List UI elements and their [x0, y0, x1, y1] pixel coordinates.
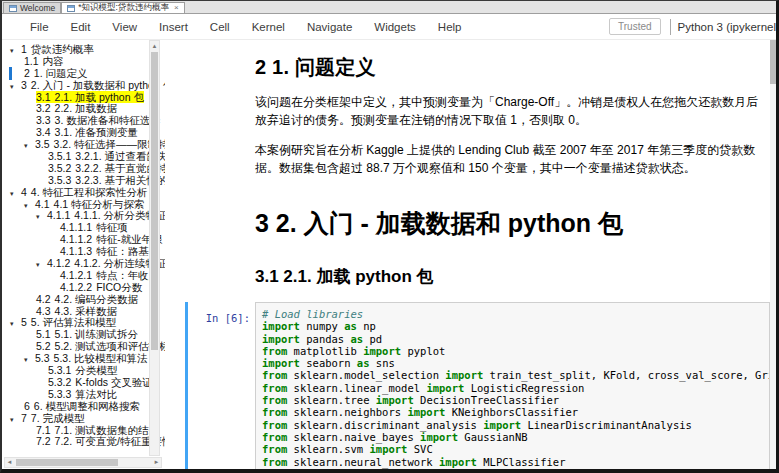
toc-label: 分类模型	[75, 364, 117, 376]
paragraph-problem-1: 该问题在分类框架中定义，其中预测变量为「Charge-Off」。冲销是债权人在您…	[255, 94, 762, 129]
toc-number: 3.1	[36, 91, 51, 103]
toc-number: 7	[21, 412, 27, 424]
toc-item-7.2[interactable]: 7.27.2. 可变直觉/特征重要性	[2, 436, 165, 448]
toc-number: 4.1.2.2	[60, 281, 92, 293]
toc-number: 4.3	[36, 305, 51, 317]
kernel-indicator: Python 3 (ipykernel	[670, 19, 776, 35]
toc-number: 3	[21, 79, 27, 91]
scroll-up-icon[interactable]: ▲	[150, 41, 159, 51]
toc-label: FICO分数	[96, 281, 142, 293]
notebook-window: Welcome *知识模型:贷款违约概率 × FileEditViewInser…	[0, 0, 779, 473]
menubar-right: Trusted Python 3 (ipykernel	[609, 18, 776, 35]
toc-list: ▾1贷款违约概率1.1内容21. 问题定义▾32. 入门 - 加载数据和 pyt…	[2, 44, 165, 448]
code-input[interactable]: # Load librariesimport numpy as npimport…	[255, 302, 770, 469]
toc-number: 5.3.1	[48, 364, 71, 376]
heading-getting-started: 3 2. 入门 - 加载数据和 python 包	[255, 207, 762, 240]
markdown-cell-getting-started[interactable]: 3 2. 入门 - 加载数据和 python 包	[185, 207, 776, 240]
scroll-right-icon[interactable]: ►	[152, 458, 161, 467]
menu-item-help[interactable]: Help	[427, 17, 473, 37]
sidebar-horizontal-scrollbar[interactable]: ◄ ►	[4, 457, 162, 468]
toc-label: 特征：路基	[96, 245, 149, 257]
toc-number: 5.3	[35, 352, 50, 364]
cell-prompt: In [6]:	[188, 312, 250, 324]
tab-welcome-label: Welcome	[20, 3, 55, 13]
horizontal-scrollbar-thumb[interactable]	[16, 459, 118, 466]
toc-label: 2. 入门 - 加载数据和 python 包	[31, 79, 165, 91]
markdown-cell-load-packages[interactable]: 3.1 2.1. 加载 python 包	[185, 265, 776, 288]
toc-label: 5.1. 训练测试拆分	[55, 328, 138, 340]
window-icon	[9, 5, 17, 12]
toc-label: 6. 模型调整和网格搜索	[34, 400, 140, 412]
code-line: from sklearn.discriminant_analysis impor…	[262, 419, 763, 431]
code-cell[interactable]: In [6]: # Load librariesimport numpy as …	[185, 302, 770, 469]
toc-number: 5.3.3	[48, 388, 71, 400]
toc-label: 1. 问题定义	[34, 67, 88, 79]
sidebar-vertical-scrollbar[interactable]: ▲	[149, 40, 160, 456]
notebook-icon	[67, 5, 75, 12]
code-line: import pandas as pd	[262, 333, 763, 345]
markdown-cell-problem[interactable]: 2 1. 问题定义 该问题在分类框架中定义，其中预测变量为「Charge-Off…	[185, 54, 776, 177]
toc-label: 4.2. 编码分类数据	[55, 293, 138, 305]
tab-bar: Welcome *知识模型:贷款违约概率 ×	[2, 1, 776, 14]
toc-label: 7.1. 测试数据集的结果	[55, 424, 159, 436]
tab-welcome[interactable]: Welcome	[3, 2, 61, 13]
toc-number: 1.1	[24, 55, 39, 67]
toc-label: 3.1. 准备预测变量	[55, 126, 138, 138]
toc-number: 7.2	[36, 435, 51, 447]
toc-label: 3. 数据准备和特征选择	[55, 114, 161, 126]
toc-label: 内容	[43, 55, 64, 67]
code-line: from sklearn.tree import DecisionTreeCla…	[262, 394, 763, 406]
toc-number: 7.1	[36, 424, 51, 436]
toc-number: 4.1.1.2	[60, 233, 92, 245]
code-line: from sklearn.model_selection import trai…	[262, 369, 763, 381]
heading-problem-definition: 2 1. 问题定义	[255, 54, 762, 81]
menu-item-file[interactable]: File	[19, 17, 60, 37]
code-line: from sklearn.pipeline import Pipeline	[262, 468, 763, 469]
menu-item-widgets[interactable]: Widgets	[363, 17, 427, 37]
toc-number: 4	[21, 186, 27, 198]
menu-item-insert[interactable]: Insert	[148, 17, 199, 37]
code-line: from sklearn.naive_bayes import Gaussian…	[262, 431, 763, 443]
scroll-left-icon[interactable]: ◄	[5, 458, 14, 467]
trusted-badge[interactable]: Trusted	[609, 18, 661, 35]
tab-notebook[interactable]: *知识模型:贷款违约概率 ×	[61, 2, 184, 13]
menu-bar: FileEditViewInsertCellKernelNavigateWidg…	[2, 14, 776, 40]
heading-load-packages: 3.1 2.1. 加载 python 包	[255, 265, 762, 288]
main-scrollbar-thumb[interactable]	[770, 40, 776, 84]
toc-label: 算法对比	[75, 388, 117, 400]
close-icon[interactable]: ×	[174, 4, 179, 12]
toc-number: 1	[21, 43, 27, 55]
code-line: from sklearn.neighbors import KNeighbors…	[262, 406, 763, 418]
code-line: from sklearn.neural_network import MLPCl…	[262, 456, 763, 468]
toc-number: 2	[24, 67, 30, 79]
vertical-scrollbar-thumb[interactable]	[151, 52, 158, 350]
toc-label: 7. 完成模型	[31, 412, 85, 424]
toc-number: 3.4	[36, 126, 51, 138]
toc-number: 3.5.2	[48, 162, 71, 174]
code-line: from matplotlib import pyplot	[262, 345, 763, 357]
toc-number: 4.1.1.1	[60, 221, 92, 233]
code-line: import seaborn as sns	[262, 357, 763, 369]
toc-number: 6	[24, 400, 30, 412]
toc-number: 5	[21, 316, 27, 328]
menu-item-cell[interactable]: Cell	[199, 17, 241, 37]
menu-item-navigate[interactable]: Navigate	[296, 17, 363, 37]
menu-item-edit[interactable]: Edit	[60, 17, 102, 37]
toc-number: 3.2	[36, 102, 51, 114]
toc-label: K-folds 交叉验证	[75, 376, 153, 388]
menu-items: FileEditViewInsertCellKernelNavigateWidg…	[2, 17, 473, 37]
toc-number: 4.1	[35, 198, 50, 210]
notebook-main-area: 2 1. 问题定义 该问题在分类框架中定义，其中预测变量为「Charge-Off…	[165, 40, 776, 469]
toc-number: 4.1.1.3	[60, 245, 92, 257]
menu-item-view[interactable]: View	[101, 17, 148, 37]
toc-label: 2.2. 加载数据	[55, 102, 117, 114]
menu-item-kernel[interactable]: Kernel	[241, 17, 296, 37]
body-row: ▾1贷款违约概率1.1内容21. 问题定义▾32. 入门 - 加载数据和 pyt…	[2, 40, 776, 469]
main-scrollbar[interactable]	[770, 40, 776, 469]
toc-label: 4.1 特征分析与探索	[54, 198, 145, 210]
tab-notebook-label: *知识模型:贷款违约概率	[78, 2, 169, 14]
toc-label: 5.3. 比较模型和算法	[54, 352, 148, 364]
toc-number: 3.5	[35, 138, 50, 150]
code-line: from sklearn.svm import SVC	[262, 443, 763, 455]
toc-sidebar: ▾1贷款违约概率1.1内容21. 问题定义▾32. 入门 - 加载数据和 pyt…	[2, 40, 165, 469]
